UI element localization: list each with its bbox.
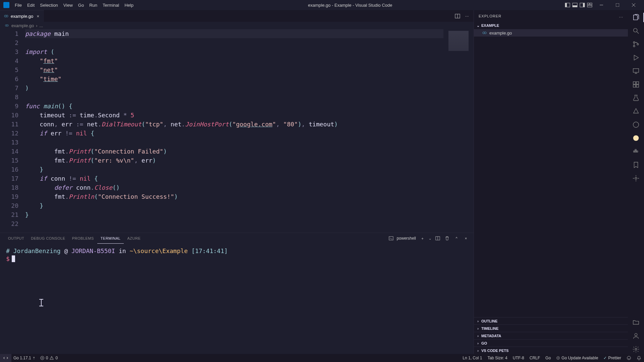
section-timeline[interactable]: ›TIMELINE: [474, 324, 628, 332]
live-share-icon[interactable]: [631, 174, 641, 183]
menu-view[interactable]: View: [61, 3, 75, 8]
svg-marker-38: [634, 109, 639, 113]
split-terminal-icon[interactable]: [435, 235, 441, 241]
code-content[interactable]: package main import ( "fmt" "net" "time"…: [25, 29, 474, 233]
svg-rect-30: [633, 69, 639, 72]
close-button[interactable]: [626, 0, 641, 10]
tab-label: example.go: [11, 14, 33, 19]
term-time: [17:41:41]: [192, 247, 228, 254]
notifications-icon[interactable]: [637, 356, 641, 360]
term-prompt: $: [6, 255, 10, 262]
terminal[interactable]: # JordanBenzing @ JORDAN-B550I in ~\sour…: [0, 244, 474, 354]
layout-right-icon[interactable]: [579, 2, 586, 8]
search-icon[interactable]: [631, 26, 641, 36]
bookmark-icon[interactable]: [631, 160, 641, 170]
test-icon[interactable]: [631, 93, 641, 103]
menu-edit[interactable]: Edit: [24, 3, 37, 8]
breadcrumb[interactable]: example.go › ...: [0, 22, 474, 29]
sidebar-more-icon[interactable]: ...: [619, 14, 623, 18]
panel-tab-problems[interactable]: PROBLEMS: [69, 233, 97, 244]
menu-selection[interactable]: Selection: [37, 3, 60, 8]
term-at: @: [64, 247, 68, 254]
tab-example-go[interactable]: example.go ×: [0, 10, 44, 22]
extensions-icon[interactable]: [631, 80, 641, 89]
prettier-status[interactable]: ✓ Prettier: [603, 356, 621, 360]
terminal-cursor: [12, 255, 15, 262]
indentation[interactable]: Tab Size: 4: [487, 356, 507, 360]
go-update[interactable]: Go Update Available: [556, 356, 598, 360]
azure-icon[interactable]: [631, 107, 641, 116]
term-user: JordanBenzing: [13, 247, 61, 254]
more-actions-icon[interactable]: ···: [464, 13, 470, 19]
svg-point-24: [634, 28, 637, 32]
eol[interactable]: CRLF: [530, 356, 540, 360]
panel-tab-debug-console[interactable]: DEBUG CONSOLE: [28, 233, 68, 244]
explorer-icon[interactable]: [631, 13, 641, 22]
remote-indicator[interactable]: [0, 354, 11, 362]
terminal-shell-icon: [389, 236, 393, 241]
file-tree[interactable]: example.go: [474, 29, 628, 317]
maximize-panel-icon[interactable]: ^: [453, 235, 460, 241]
source-control-icon[interactable]: [631, 40, 641, 49]
panel-tab-azure[interactable]: AZURE: [124, 233, 144, 244]
status-bar: Go 1.17.1 ⇡ 0 0 Ln 1, Col 1 Tab Size: 4 …: [0, 354, 644, 362]
explorer-folder-header[interactable]: ⌄ EXAMPLE: [474, 22, 628, 29]
section-go[interactable]: ›GO: [474, 339, 628, 347]
maximize-button[interactable]: [610, 0, 625, 10]
layout-bottom-icon[interactable]: [572, 2, 578, 8]
settings-gear-icon[interactable]: [631, 345, 641, 354]
panel-tab-terminal[interactable]: TERMINAL: [97, 233, 124, 244]
cursor-position[interactable]: Ln 1, Col 1: [463, 356, 482, 360]
menu-terminal[interactable]: Terminal: [100, 3, 122, 8]
term-hash: #: [6, 247, 10, 254]
json-icon[interactable]: [631, 133, 641, 143]
code-editor[interactable]: 12345678910111213141516171819202122 pack…: [0, 29, 474, 233]
svg-rect-44: [635, 149, 636, 151]
menu-run[interactable]: Run: [87, 3, 100, 8]
layout-customize-icon[interactable]: [586, 2, 593, 8]
kill-terminal-icon[interactable]: [444, 235, 450, 241]
docker-icon[interactable]: [631, 147, 641, 156]
problems-indicator[interactable]: 0 0: [40, 356, 58, 360]
run-debug-icon[interactable]: [631, 53, 641, 62]
language-mode[interactable]: Go: [545, 356, 551, 360]
minimize-button[interactable]: [594, 0, 609, 10]
terminal-dropdown-icon[interactable]: ⌄: [429, 237, 431, 240]
section-vscode-pets[interactable]: ›VS CODE PETS: [474, 347, 628, 354]
section-outline[interactable]: ›OUTLINE: [474, 317, 628, 324]
menu-file[interactable]: File: [12, 3, 24, 8]
chevron-right-icon: ›: [475, 319, 481, 323]
remote-explorer-icon[interactable]: [631, 66, 641, 76]
go-file-icon: [5, 23, 9, 28]
menu-go[interactable]: Go: [75, 3, 87, 8]
menu-help[interactable]: Help: [122, 3, 136, 8]
gutter: 12345678910111213141516171819202122: [0, 29, 25, 233]
breadcrumb-dots: ...: [40, 23, 43, 28]
svg-point-46: [635, 334, 637, 336]
svg-rect-5: [583, 3, 585, 7]
account-icon[interactable]: [631, 331, 641, 341]
svg-rect-41: [634, 151, 635, 152]
term-path: ~\source\Example: [130, 247, 188, 254]
terminal-shell-label[interactable]: powershell: [397, 236, 416, 241]
split-editor-icon[interactable]: [454, 13, 461, 19]
new-terminal-icon[interactable]: ＋: [419, 235, 425, 241]
encoding[interactable]: UTF-8: [513, 356, 524, 360]
github-icon[interactable]: [631, 120, 641, 129]
breadcrumb-file: example.go: [11, 23, 34, 28]
chevron-right-icon: ›: [475, 349, 481, 353]
section-metadata[interactable]: ›METADATA: [474, 332, 628, 339]
svg-rect-43: [637, 151, 638, 152]
go-version[interactable]: Go 1.17.1 ⇡: [13, 356, 35, 360]
panel-tab-output[interactable]: OUTPUT: [5, 233, 28, 244]
tab-close-icon[interactable]: ×: [35, 13, 41, 19]
file-item-example-go[interactable]: example.go: [474, 29, 628, 37]
feedback-icon[interactable]: [627, 356, 631, 360]
editor-tabs: example.go × ···: [0, 10, 474, 22]
close-panel-icon[interactable]: ×: [463, 235, 469, 241]
svg-point-47: [635, 348, 637, 350]
chevron-down-icon: ⌄: [475, 23, 481, 28]
svg-rect-10: [616, 3, 619, 7]
layout-left-icon[interactable]: [564, 2, 571, 8]
folder-icon[interactable]: [631, 318, 641, 327]
